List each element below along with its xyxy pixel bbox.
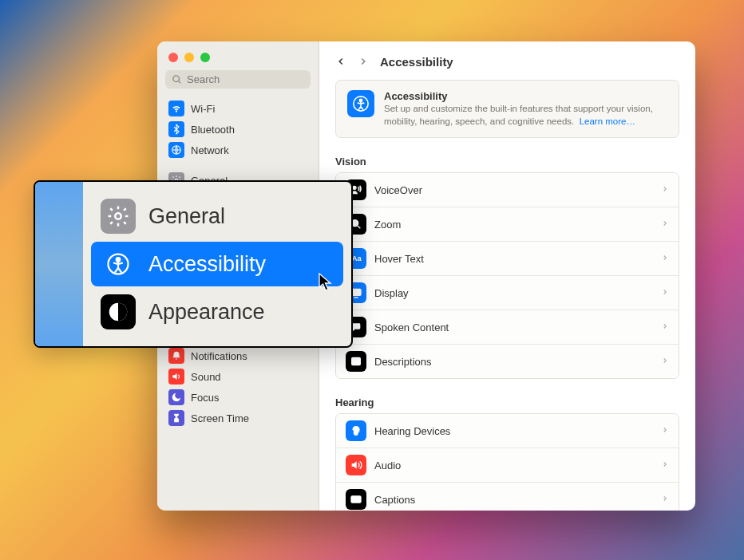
info-text: Accessibility Set up and customize the b… — [384, 90, 667, 128]
ear-icon — [346, 420, 366, 441]
row-label: Descriptions — [374, 356, 653, 368]
sidebar-group: Wi-FiBluetoothNetwork — [162, 98, 314, 160]
sidebar-item-label: Focus — [191, 392, 219, 404]
sidebar-item-screen-time[interactable]: Screen Time — [162, 408, 314, 428]
zoom-inner: GeneralAccessibilityAppearance — [83, 182, 351, 346]
zoom-item-label: General — [148, 204, 225, 229]
chevron-right-icon — [661, 252, 669, 266]
list-group: VoiceOverZoomAaHover TextDisplaySpoken C… — [335, 172, 679, 379]
accessibility-icon — [347, 90, 374, 117]
list-row-voiceover[interactable]: VoiceOver — [336, 173, 679, 207]
search-input[interactable] — [187, 73, 321, 85]
sidebar-item-label: Sound — [191, 371, 221, 383]
list-row-hearing-devices[interactable]: Hearing Devices — [336, 414, 679, 448]
contrast-icon — [101, 294, 136, 329]
cursor-icon — [319, 273, 333, 294]
chevron-right-icon — [661, 355, 669, 369]
content-body: Accessibility Set up and customize the b… — [319, 77, 695, 511]
row-label: VoiceOver — [374, 184, 653, 196]
list-row-display[interactable]: Display — [336, 276, 679, 310]
svg-point-45 — [117, 258, 121, 262]
svg-point-29 — [359, 99, 362, 101]
row-label: Display — [374, 287, 653, 299]
person-icon — [101, 246, 136, 282]
list-row-hover-text[interactable]: AaHover Text — [336, 242, 679, 276]
list-row-audio[interactable]: Audio — [336, 448, 679, 483]
sections-container: VisionVoiceOverZoomAaHover TextDisplaySp… — [335, 156, 679, 511]
row-label: Audio — [374, 459, 653, 471]
list-group: Hearing DevicesAudioCaptions — [335, 413, 679, 511]
sidebar-item-label: Screen Time — [191, 412, 249, 424]
toolbar: Accessibility — [319, 41, 695, 77]
info-description: Set up and customize the built-in featur… — [384, 103, 667, 128]
close-button[interactable] — [168, 53, 178, 62]
zoom-item-accessibility[interactable]: Accessibility — [91, 242, 343, 286]
bluetooth-icon — [168, 121, 184, 137]
row-label: Spoken Content — [374, 321, 653, 333]
chevron-right-icon — [661, 286, 669, 300]
chevron-right-icon — [661, 493, 669, 507]
sidebar-item-notifications[interactable]: Notifications — [162, 345, 314, 366]
zoom-item-label: Accessibility — [148, 252, 266, 277]
list-row-spoken-content[interactable]: Spoken Content — [336, 310, 679, 345]
sidebar-item-label: Bluetooth — [191, 124, 235, 136]
svg-line-32 — [358, 226, 361, 229]
fullscreen-button[interactable] — [200, 53, 210, 62]
gear-icon — [101, 199, 136, 234]
svg-point-0 — [173, 76, 180, 82]
zoom-item-label: Appearance — [148, 300, 265, 325]
sidebar-item-bluetooth[interactable]: Bluetooth — [162, 119, 314, 140]
section-title: Hearing — [335, 396, 679, 408]
list-row-zoom[interactable]: Zoom — [336, 207, 679, 242]
search-field[interactable] — [165, 70, 311, 89]
sidebar-item-wi-fi[interactable]: Wi-Fi — [162, 98, 314, 119]
search-icon — [172, 74, 182, 85]
chevron-right-icon — [661, 183, 669, 197]
zoom-item-appearance[interactable]: Appearance — [91, 290, 343, 334]
content-pane: Accessibility Accessibility Set up and c… — [319, 41, 695, 511]
sidebar-item-label: Network — [191, 144, 229, 156]
minimize-button[interactable] — [184, 53, 194, 62]
sidebar-item-focus[interactable]: Focus — [162, 387, 314, 408]
info-title: Accessibility — [384, 90, 667, 102]
chevron-right-icon — [661, 321, 669, 334]
zoom-item-general[interactable]: General — [91, 194, 343, 239]
list-row-captions[interactable]: Captions — [336, 483, 679, 511]
bell-icon — [168, 348, 184, 364]
section-title: Vision — [335, 156, 679, 168]
sidebar-item-label: Wi-Fi — [191, 103, 215, 115]
sidebar-item-label: Notifications — [191, 350, 247, 362]
window-controls — [157, 41, 319, 70]
row-label: Hover Text — [374, 253, 653, 265]
svg-line-1 — [178, 81, 180, 83]
row-label: Captions — [374, 494, 653, 506]
chevron-left-icon — [335, 56, 346, 67]
desc-icon — [346, 351, 366, 372]
svg-text:Aa: Aa — [352, 254, 362, 262]
back-button[interactable] — [332, 53, 350, 70]
chevron-right-icon — [661, 218, 669, 231]
row-label: Zoom — [374, 219, 653, 231]
svg-point-41 — [355, 429, 357, 431]
row-label: Hearing Devices — [374, 425, 653, 437]
hourglass-icon — [168, 410, 184, 426]
caption-icon — [346, 489, 366, 510]
forward-button[interactable] — [354, 53, 372, 70]
chevron-right-icon — [661, 459, 669, 472]
svg-point-43 — [115, 213, 121, 219]
sidebar-group: NotificationsSoundFocusScreen Time — [162, 345, 314, 428]
moon-icon — [168, 389, 184, 405]
svg-point-30 — [353, 186, 356, 189]
svg-rect-38 — [352, 357, 361, 365]
chevron-right-icon — [358, 56, 369, 67]
zoom-background-strip — [35, 182, 83, 346]
info-card: Accessibility Set up and customize the b… — [335, 80, 679, 138]
sidebar-item-network[interactable]: Network — [162, 140, 314, 160]
chevron-right-icon — [661, 424, 669, 438]
sidebar-item-sound[interactable]: Sound — [162, 366, 314, 387]
network-icon — [168, 142, 184, 158]
list-row-descriptions[interactable]: Descriptions — [336, 345, 679, 378]
zoom-magnifier-overlay: GeneralAccessibilityAppearance — [34, 180, 353, 348]
speaker-icon — [168, 369, 184, 385]
learn-more-link[interactable]: Learn more… — [580, 116, 635, 126]
